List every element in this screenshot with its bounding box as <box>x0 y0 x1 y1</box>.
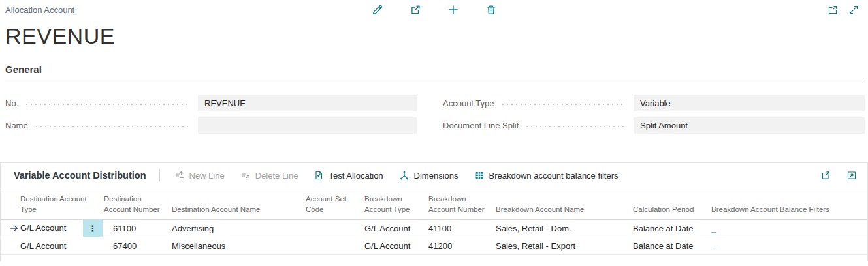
new-line-button: New Line <box>167 170 233 181</box>
col-breakdown-account-type[interactable]: Breakdown Account Type <box>364 194 428 219</box>
new-line-icon <box>174 170 185 181</box>
cell-destination-account-name[interactable]: Miscellaneous <box>172 241 306 251</box>
cell-breakdown-account-number[interactable]: 41200 <box>428 241 496 251</box>
breakdown-filters-button[interactable]: Breakdown account balance filters <box>466 170 626 181</box>
command-actions <box>372 4 497 16</box>
grid-header-row: Destination Account Type Destination Acc… <box>1 188 867 220</box>
col-breakdown-account-name[interactable]: Breakdown Account Name <box>496 204 633 219</box>
test-allocation-button[interactable]: Test Allocation <box>306 170 391 181</box>
open-in-new-window-icon[interactable] <box>828 5 838 15</box>
delete-line-icon <box>240 170 251 181</box>
cell-destination-account-type: G/L Account ⋮ <box>20 220 104 237</box>
cell-breakdown-account-name[interactable]: Sales, Retail - Export <box>496 241 633 251</box>
cell-breakdown-account-name[interactable]: Sales, Retail - Dom. <box>496 224 633 233</box>
active-row-arrow-icon <box>8 223 20 233</box>
cell-destination-account-number[interactable]: 67400 <box>104 241 172 251</box>
field-document-line-split: Document Line Split Split Amount <box>443 114 865 136</box>
dotted-leader <box>36 126 190 127</box>
field-account-type-label: Account Type <box>443 98 494 108</box>
new-icon[interactable] <box>447 4 459 16</box>
general-section: General No. REVENUE Name Account Type <box>0 64 868 136</box>
dotted-leader <box>26 104 190 105</box>
col-calculation-period[interactable]: Calculation Period <box>633 204 711 219</box>
cell-destination-account-number: 61100 <box>104 224 172 233</box>
cell-breakdown-account-balance-filters[interactable]: _ <box>711 224 867 233</box>
window-actions <box>828 5 859 15</box>
field-document-line-split-label: Document Line Split <box>443 121 519 130</box>
page-title: REVENUE <box>5 22 868 50</box>
focus-mode-icon[interactable] <box>846 170 857 181</box>
empty-grid-area <box>1 255 867 261</box>
dimensions-button[interactable]: Dimensions <box>391 170 466 181</box>
distribution-toolbar-right <box>820 170 857 181</box>
dimensions-icon <box>399 170 410 181</box>
destination-account-number-link[interactable]: 61100 <box>113 224 136 233</box>
delete-icon[interactable] <box>485 4 497 16</box>
dotted-leader <box>526 126 626 127</box>
general-heading-row[interactable]: General <box>5 64 864 81</box>
table-row: G/L Account ⋮ 61100 Advertising G/L Acco… <box>1 220 867 237</box>
distribution-heading: Variable Account Distribution <box>14 170 146 181</box>
col-destination-account-name[interactable]: Destination Account Name <box>172 204 306 219</box>
field-no: No. REVENUE <box>5 92 417 114</box>
cell-breakdown-account-type[interactable]: G/L Account <box>364 241 428 251</box>
cell-destination-account-name[interactable]: Advertising <box>172 224 306 233</box>
expand-icon[interactable] <box>848 5 859 15</box>
col-breakdown-account-number[interactable]: Breakdown Account Number <box>428 194 496 219</box>
breadcrumb[interactable]: Allocation Account <box>5 5 74 15</box>
cell-breakdown-account-balance-filters[interactable]: _ <box>711 241 867 251</box>
cell-destination-account-type[interactable]: G/L Account <box>20 241 104 251</box>
general-heading: General <box>5 64 864 75</box>
edit-icon[interactable] <box>372 4 383 16</box>
field-no-value[interactable]: REVENUE <box>198 95 417 111</box>
general-fields-left: No. REVENUE Name <box>5 92 417 136</box>
field-no-label: No. <box>5 98 18 108</box>
col-destination-account-number[interactable]: Destination Account Number <box>104 194 172 219</box>
col-destination-account-type[interactable]: Destination Account Type <box>20 194 104 219</box>
field-account-type-value[interactable]: Variable <box>634 95 865 111</box>
dimensions-label: Dimensions <box>414 171 458 181</box>
command-bar: Allocation Account <box>0 0 868 20</box>
new-line-label: New Line <box>189 171 225 181</box>
cell-breakdown-account-type[interactable]: G/L Account <box>364 224 428 233</box>
field-name: Name <box>5 114 417 136</box>
share-icon[interactable] <box>410 4 421 16</box>
col-account-set-code[interactable]: Account Set Code <box>306 194 364 219</box>
field-name-label: Name <box>5 121 28 130</box>
field-document-line-split-value[interactable]: Split Amount <box>634 117 865 134</box>
cell-calculation-period[interactable]: Balance at Date <box>633 241 711 251</box>
delete-line-button: Delete Line <box>233 170 306 181</box>
share-icon[interactable] <box>820 170 831 181</box>
general-fields: No. REVENUE Name Account Type Variable <box>0 81 868 136</box>
breakdown-filters-label: Breakdown account balance filters <box>489 171 619 181</box>
destination-account-type-link[interactable]: G/L Account <box>20 223 66 233</box>
cell-calculation-period[interactable]: Balance at Date <box>633 224 711 233</box>
field-account-type: Account Type Variable <box>443 92 865 114</box>
distribution-card: Variable Account Distribution New Line D… <box>0 162 868 261</box>
distribution-toolbar: Variable Account Distribution New Line D… <box>1 163 867 188</box>
col-breakdown-account-balance-filters[interactable]: Breakdown Account Balance Filters <box>711 204 867 219</box>
field-name-value[interactable] <box>198 117 417 134</box>
test-allocation-icon <box>313 170 324 181</box>
table-row: G/L Account 67400 Miscellaneous G/L Acco… <box>1 237 867 255</box>
breakdown-filters-icon <box>474 170 485 181</box>
toolbar-divider <box>159 169 160 182</box>
dotted-leader <box>502 104 626 105</box>
test-allocation-label: Test Allocation <box>329 171 383 181</box>
cell-breakdown-account-number[interactable]: 41100 <box>428 224 496 233</box>
general-fields-right: Account Type Variable Document Line Spli… <box>443 92 865 136</box>
allocation-account-page: Allocation Account <box>0 0 868 266</box>
delete-line-label: Delete Line <box>255 171 298 181</box>
row-context-menu-icon[interactable]: ⋮ <box>83 220 103 237</box>
